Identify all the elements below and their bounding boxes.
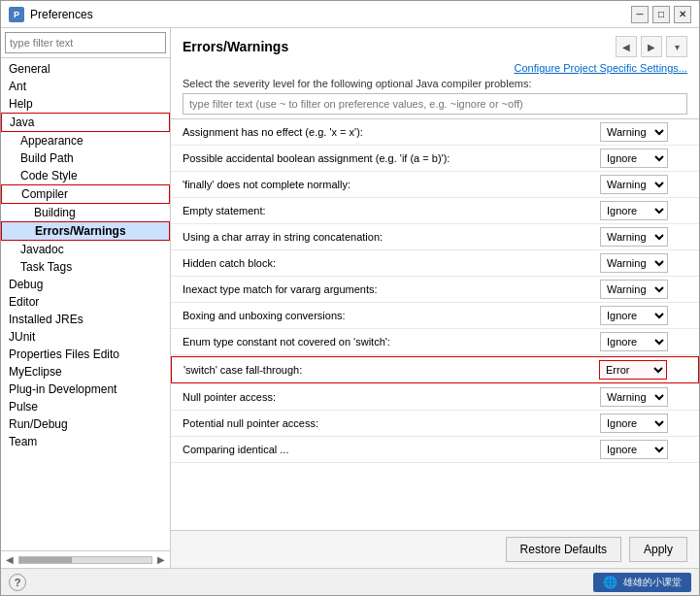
settings-row-2: 'finally' does not complete normally:Ign… <box>171 172 699 198</box>
sidebar-item-junit[interactable]: JUnit <box>1 328 170 346</box>
main-panel: Errors/Warnings ◀ ▶ ▾ Configure Project … <box>171 28 699 568</box>
setting-label-5: Hidden catch block: <box>183 257 600 269</box>
settings-row-0: Assignment has no effect (e.g. 'x = x'):… <box>171 119 699 146</box>
configure-project-link[interactable]: Configure Project Specific Settings... <box>514 62 687 74</box>
settings-row-5: Hidden catch block:IgnoreWarningError <box>171 250 699 277</box>
main-header: Errors/Warnings ◀ ▶ ▾ Configure Project … <box>171 28 699 119</box>
settings-filter-input[interactable] <box>183 93 687 115</box>
bottom-bar: ? 🌐 雄雄的小课堂 <box>1 568 699 595</box>
window-controls: ─ □ ✕ <box>631 6 691 23</box>
title-bar: P Preferences ─ □ ✕ <box>1 1 699 28</box>
settings-row-7: Boxing and unboxing conversions:IgnoreWa… <box>171 303 699 329</box>
setting-select-8[interactable]: IgnoreWarningError <box>600 332 668 351</box>
sidebar-item-ant[interactable]: Ant <box>1 78 170 95</box>
sidebar-item-plugin-dev[interactable]: Plug-in Development <box>1 381 170 398</box>
sidebar-item-building[interactable]: Building <box>1 204 170 221</box>
settings-row-11: Potential null pointer access:IgnoreWarn… <box>171 411 699 437</box>
setting-label-3: Empty statement: <box>183 205 600 216</box>
setting-label-7: Boxing and unboxing conversions: <box>183 310 600 321</box>
setting-select-10[interactable]: IgnoreWarningError <box>600 387 668 407</box>
back-button[interactable]: ◀ <box>616 36 637 57</box>
sidebar-filter-input[interactable] <box>5 32 166 53</box>
header-buttons: ◀ ▶ ▾ <box>616 36 687 57</box>
dropdown-button[interactable]: ▾ <box>666 36 687 57</box>
sidebar-item-editor[interactable]: Editor <box>1 293 170 311</box>
scroll-left-btn[interactable]: ◀ <box>3 554 17 565</box>
main-header-top: Errors/Warnings ◀ ▶ ▾ <box>183 36 687 57</box>
sidebar-item-errors-warnings[interactable]: Errors/Warnings <box>1 221 170 241</box>
window-title: Preferences <box>30 8 631 21</box>
setting-select-wrap-8: IgnoreWarningError <box>600 332 687 351</box>
setting-select-7[interactable]: IgnoreWarningError <box>600 306 668 325</box>
sidebar-item-build-path[interactable]: Build Path <box>1 149 170 167</box>
setting-select-2[interactable]: IgnoreWarningError <box>600 175 668 194</box>
sidebar-item-pulse[interactable]: Pulse <box>1 398 170 415</box>
setting-label-8: Enum type constant not covered on 'switc… <box>183 336 600 348</box>
page-title: Errors/Warnings <box>183 39 288 54</box>
setting-label-1: Possible accidental boolean assignment (… <box>183 152 600 164</box>
maximize-button[interactable]: □ <box>652 6 670 23</box>
setting-label-12: Comparing identical ... <box>183 444 600 455</box>
setting-select-6[interactable]: IgnoreWarningError <box>600 280 668 299</box>
settings-row-9: 'switch' case fall-through:IgnoreWarning… <box>171 356 699 383</box>
sidebar-item-task-tags[interactable]: Task Tags <box>1 258 170 276</box>
settings-row-8: Enum type constant not covered on 'switc… <box>171 329 699 355</box>
setting-select-wrap-12: IgnoreWarningError <box>600 440 687 459</box>
setting-select-0[interactable]: IgnoreWarningError <box>600 122 668 142</box>
setting-select-wrap-7: IgnoreWarningError <box>600 306 687 325</box>
setting-select-11[interactable]: IgnoreWarningError <box>600 414 668 433</box>
setting-select-4[interactable]: IgnoreWarningError <box>600 227 668 247</box>
restore-defaults-button[interactable]: Restore Defaults <box>506 537 621 562</box>
setting-select-wrap-4: IgnoreWarningError <box>600 227 687 247</box>
sidebar-item-help[interactable]: Help <box>1 95 170 113</box>
setting-label-6: Inexact type match for vararg arguments: <box>183 283 600 295</box>
setting-select-wrap-10: IgnoreWarningError <box>600 387 687 407</box>
sidebar-filter-wrap <box>1 28 170 58</box>
sidebar-item-installed-jres[interactable]: Installed JREs <box>1 311 170 328</box>
sidebar-scroll-bar: ◀ ▶ <box>1 550 170 568</box>
section-subtitle: Select the severity level for the follow… <box>183 78 687 89</box>
close-button[interactable]: ✕ <box>674 6 691 23</box>
sidebar-item-code-style[interactable]: Code Style <box>1 167 170 184</box>
brand-text: 雄雄的小课堂 <box>623 576 682 589</box>
setting-select-3[interactable]: IgnoreWarningError <box>600 201 668 220</box>
setting-label-4: Using a char array in string concatenati… <box>183 231 600 243</box>
setting-select-12[interactable]: IgnoreWarningError <box>600 440 668 459</box>
sidebar-item-compiler[interactable]: Compiler <box>1 184 170 204</box>
filter-input-wrap <box>183 93 687 115</box>
settings-row-6: Inexact type match for vararg arguments:… <box>171 277 699 303</box>
setting-select-wrap-0: IgnoreWarningError <box>600 122 687 142</box>
setting-select-wrap-1: IgnoreWarningError <box>600 149 687 168</box>
settings-row-3: Empty statement:IgnoreWarningError <box>171 198 699 224</box>
sidebar-item-debug[interactable]: Debug <box>1 276 170 293</box>
setting-select-wrap-9: IgnoreWarningError <box>599 360 686 380</box>
sidebar-item-java[interactable]: Java <box>1 113 170 132</box>
sidebar-item-javadoc[interactable]: Javadoc <box>1 241 170 258</box>
preferences-window: P Preferences ─ □ ✕ GeneralAntHelpJavaAp… <box>0 0 700 596</box>
sidebar-item-team[interactable]: Team <box>1 433 170 450</box>
setting-label-2: 'finally' does not complete normally: <box>183 179 600 190</box>
bottom-left: ? <box>9 574 26 591</box>
apply-button[interactable]: Apply <box>629 537 687 562</box>
setting-select-wrap-5: IgnoreWarningError <box>600 253 687 273</box>
setting-select-wrap-3: IgnoreWarningError <box>600 201 687 220</box>
setting-label-10: Null pointer access: <box>183 391 600 403</box>
sidebar-item-properties-files[interactable]: Properties Files Edito <box>1 346 170 363</box>
content-area: GeneralAntHelpJavaAppearanceBuild PathCo… <box>1 28 699 568</box>
sidebar-item-general[interactable]: General <box>1 60 170 78</box>
sidebar: GeneralAntHelpJavaAppearanceBuild PathCo… <box>1 28 171 568</box>
forward-button[interactable]: ▶ <box>641 36 662 57</box>
settings-row-12: Comparing identical ...IgnoreWarningErro… <box>171 437 699 463</box>
main-footer: Restore Defaults Apply <box>171 530 699 568</box>
help-button[interactable]: ? <box>9 574 26 591</box>
sidebar-item-myeclipse[interactable]: MyEclipse <box>1 363 170 381</box>
sidebar-item-run-debug[interactable]: Run/Debug <box>1 415 170 433</box>
sidebar-item-appearance[interactable]: Appearance <box>1 132 170 149</box>
settings-list: Assignment has no effect (e.g. 'x = x'):… <box>171 119 699 530</box>
setting-select-5[interactable]: IgnoreWarningError <box>600 253 668 273</box>
setting-select-9[interactable]: IgnoreWarningError <box>599 360 667 380</box>
minimize-button[interactable]: ─ <box>631 6 649 23</box>
settings-row-1: Possible accidental boolean assignment (… <box>171 146 699 172</box>
setting-select-1[interactable]: IgnoreWarningError <box>600 149 668 168</box>
scroll-right-btn[interactable]: ▶ <box>154 554 168 565</box>
